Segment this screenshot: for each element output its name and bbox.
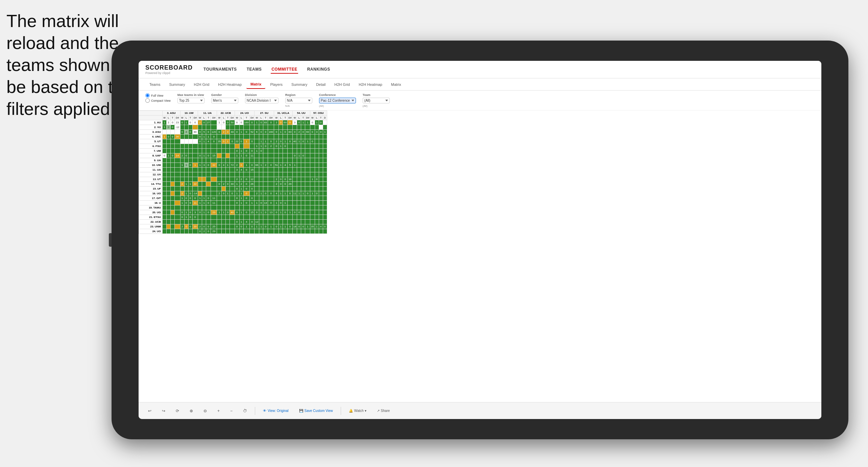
toolbar-sep2 bbox=[341, 407, 341, 415]
matrix-cell: 2 bbox=[222, 182, 226, 187]
gender-select[interactable]: Men's Women's bbox=[211, 98, 238, 103]
nav-tournaments[interactable]: TOURNAMENTS bbox=[203, 66, 238, 74]
subnav-summary2[interactable]: Summary bbox=[287, 80, 311, 89]
matrix-cell: 0 bbox=[268, 163, 274, 168]
subnav-matrix2[interactable]: Matrix bbox=[387, 80, 405, 89]
share-icon: ↗ bbox=[377, 409, 380, 413]
matrix-cell bbox=[163, 229, 167, 234]
subnav-h2h-grid[interactable]: H2H Grid bbox=[190, 80, 213, 89]
save-custom-view-button[interactable]: 💾 Save Custom View bbox=[296, 408, 336, 414]
matrix-cell bbox=[288, 149, 292, 153]
share-button[interactable]: ↗ Share bbox=[374, 408, 393, 414]
matrix-cell bbox=[226, 149, 230, 153]
subnav-detail[interactable]: Detail bbox=[312, 80, 330, 89]
save-icon: 💾 bbox=[299, 409, 303, 413]
matrix-cell bbox=[235, 134, 239, 139]
matrix-cell: 3 bbox=[192, 210, 198, 215]
bottom-toolbar: ↩ ↪ ⟳ ⊕ ⊖ + − ⏱ 👁 View: Original 💾 Save … bbox=[139, 402, 821, 419]
minus-button[interactable]: − bbox=[227, 407, 235, 415]
matrix-cell: 0 bbox=[198, 139, 202, 144]
table-row: 13. UT220122001610 bbox=[139, 177, 327, 182]
matrix-cell: 40 bbox=[230, 210, 235, 215]
subnav-h2h-heatmap[interactable]: H2H Heatmap bbox=[214, 80, 246, 89]
matrix-cell bbox=[288, 196, 292, 201]
matrix-cell: 1 bbox=[243, 139, 249, 144]
matrix-cell bbox=[274, 172, 279, 177]
zoom-out-button[interactable]: ⊖ bbox=[201, 407, 210, 415]
matrix-cell bbox=[184, 134, 188, 139]
matrix-cell: 0 bbox=[243, 201, 249, 205]
matrix-cell bbox=[211, 158, 217, 163]
matrix-cell bbox=[222, 125, 226, 130]
matrix-cell: 1 bbox=[323, 130, 327, 134]
compact-view-input[interactable] bbox=[145, 98, 150, 103]
matrix-cell bbox=[249, 134, 254, 139]
team-select[interactable]: (All) bbox=[363, 98, 390, 103]
subnav-matrix[interactable]: Matrix bbox=[246, 80, 265, 89]
table-row: 11. UA34015 bbox=[139, 168, 327, 172]
nav-committee[interactable]: COMMITTEE bbox=[271, 66, 298, 74]
matrix-cell bbox=[310, 158, 315, 163]
matrix-cell bbox=[206, 187, 211, 191]
matrix-cell bbox=[175, 205, 180, 210]
nav-rankings[interactable]: RANKINGS bbox=[307, 66, 331, 74]
view-original-button[interactable]: 👁 View: Original bbox=[260, 408, 291, 414]
max-teams-select[interactable]: Top 25 Top 50 All bbox=[177, 98, 204, 103]
matrix-cell bbox=[184, 177, 188, 182]
matrix-cell bbox=[167, 168, 171, 172]
matrix-cell bbox=[167, 210, 171, 215]
matrix-cell: 0 bbox=[184, 224, 188, 229]
subnav-h2h-heatmap2[interactable]: H2H Heatmap bbox=[355, 80, 386, 89]
matrix-cell: 1 bbox=[239, 196, 243, 201]
clock-button[interactable]: ⏱ bbox=[240, 407, 250, 415]
conference-select[interactable]: Pac-12 Conference (All) ACC Big Ten bbox=[319, 98, 356, 103]
matrix-cell: 160 bbox=[243, 120, 249, 125]
subnav-h2h-grid2[interactable]: H2H Grid bbox=[330, 80, 354, 89]
add-button[interactable]: + bbox=[215, 407, 222, 415]
matrix-cell bbox=[288, 125, 292, 130]
subnav-players[interactable]: Players bbox=[266, 80, 287, 89]
matrix-cell bbox=[211, 182, 217, 187]
matrix-cell bbox=[310, 163, 315, 168]
row-header-1: 2. VU bbox=[139, 125, 163, 130]
matrix-container[interactable]: 3. ASU 10. UW 11. UA 22. UCB 24. UO 27. … bbox=[139, 110, 821, 403]
matrix-cell: 1 bbox=[259, 163, 263, 168]
matrix-cell bbox=[175, 168, 180, 172]
matrix-cell bbox=[305, 163, 310, 168]
redo-button[interactable]: ↪ bbox=[159, 407, 168, 415]
filter-bar: Full View Compact View Max teams in view… bbox=[139, 91, 821, 110]
matrix-cell bbox=[230, 220, 235, 224]
matrix-cell: 0 bbox=[297, 210, 301, 215]
region-select[interactable]: N/A West East bbox=[285, 98, 312, 103]
matrix-cell bbox=[171, 139, 175, 144]
full-view-input[interactable] bbox=[145, 93, 150, 98]
zoom-in-button[interactable]: ⊕ bbox=[187, 407, 196, 415]
matrix-cell: 0 bbox=[305, 191, 310, 196]
nav-teams[interactable]: TEAMS bbox=[246, 66, 263, 74]
refresh-button[interactable]: ⟳ bbox=[173, 407, 182, 415]
matrix-cell: 1 bbox=[202, 210, 206, 215]
matrix-cell bbox=[255, 196, 259, 201]
division-select[interactable]: NCAA Division I NCAA Division II NCAA Di… bbox=[245, 98, 279, 103]
compact-view-radio[interactable]: Compact View bbox=[145, 98, 171, 103]
matrix-cell bbox=[305, 196, 310, 201]
undo-button[interactable]: ↩ bbox=[145, 407, 154, 415]
matrix-cell bbox=[198, 177, 202, 182]
matrix-cell bbox=[292, 201, 297, 205]
matrix-cell bbox=[288, 215, 292, 220]
subnav-summary[interactable]: Summary bbox=[165, 80, 189, 89]
matrix-cell bbox=[301, 182, 305, 187]
matrix-cell bbox=[188, 134, 192, 139]
logo-area: SCOREBOARD Powered by clippd bbox=[145, 64, 193, 75]
table-row: 9. UA bbox=[139, 158, 327, 163]
matrix-cell bbox=[310, 220, 315, 224]
matrix-cell bbox=[255, 172, 259, 177]
tablet-side-button[interactable] bbox=[109, 233, 112, 247]
matrix-cell: 1 bbox=[255, 144, 259, 149]
full-view-radio[interactable]: Full View bbox=[145, 93, 171, 98]
watch-button[interactable]: 🔔 Watch ▾ bbox=[346, 408, 369, 414]
subnav-teams[interactable]: Teams bbox=[145, 80, 164, 89]
matrix-cell bbox=[222, 172, 226, 177]
matrix-cell bbox=[255, 153, 259, 158]
matrix-cell bbox=[323, 172, 327, 177]
